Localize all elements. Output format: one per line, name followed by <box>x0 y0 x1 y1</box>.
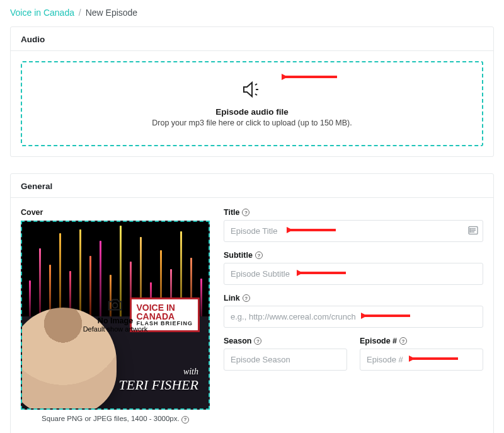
breadcrumb-current: New Episode <box>86 8 138 18</box>
title-input[interactable] <box>224 220 483 242</box>
episode-label: Episode # <box>360 337 397 345</box>
cover-dropzone[interactable]: VOICE IN CANADA FLASH BRIEFING with TERI… <box>21 221 210 410</box>
cover-no-image: No Image <box>83 316 148 325</box>
link-input[interactable] <box>224 306 483 328</box>
subtitle-input[interactable] <box>224 263 483 285</box>
svg-point-9 <box>470 228 471 229</box>
cover-default-artwork: Default show artwork <box>83 325 148 333</box>
breadcrumb-parent[interactable]: Voice in Canada <box>10 8 74 18</box>
title-label: Title <box>224 208 239 217</box>
link-label: Link <box>224 294 240 303</box>
help-icon[interactable]: ? <box>255 251 263 259</box>
svg-point-4 <box>113 303 118 308</box>
help-icon[interactable]: ? <box>254 337 261 345</box>
svg-point-10 <box>470 229 471 230</box>
general-panel: General Cover <box>10 173 494 433</box>
audio-drop-sub: Drop your mp3 file here or click to uplo… <box>30 118 474 127</box>
breadcrumb-separator: / <box>79 8 81 18</box>
audio-panel-title: Audio <box>11 27 493 51</box>
subtitle-label: Subtitle <box>224 251 253 260</box>
breadcrumb: Voice in Canada / New Episode <box>10 5 494 26</box>
cover-label: Cover <box>21 208 210 217</box>
svg-point-11 <box>470 231 471 232</box>
cover-help-text: Square PNG or JPEG files, 1400 - 3000px.… <box>21 415 210 424</box>
speaker-icon <box>241 80 263 101</box>
help-icon[interactable]: ? <box>242 209 249 216</box>
general-panel-title: General <box>11 174 493 198</box>
audio-drop-main: Episode audio file <box>30 107 474 117</box>
help-icon[interactable]: ? <box>243 294 250 302</box>
autofill-icon[interactable] <box>468 226 478 236</box>
season-label: Season <box>224 337 251 345</box>
season-input[interactable] <box>224 349 347 371</box>
audio-dropzone[interactable]: Episode audio file Drop your mp3 file he… <box>21 61 483 146</box>
help-icon[interactable]: ? <box>399 337 407 345</box>
help-icon[interactable]: ? <box>181 416 189 424</box>
artwork-byline: with TERI FISHER <box>119 367 198 393</box>
svg-line-2 <box>255 94 257 95</box>
camera-icon <box>107 298 123 314</box>
audio-panel: Audio Episode audio file Drop your mp3 f… <box>10 26 494 157</box>
episode-input[interactable] <box>360 349 483 371</box>
svg-line-0 <box>255 84 257 85</box>
